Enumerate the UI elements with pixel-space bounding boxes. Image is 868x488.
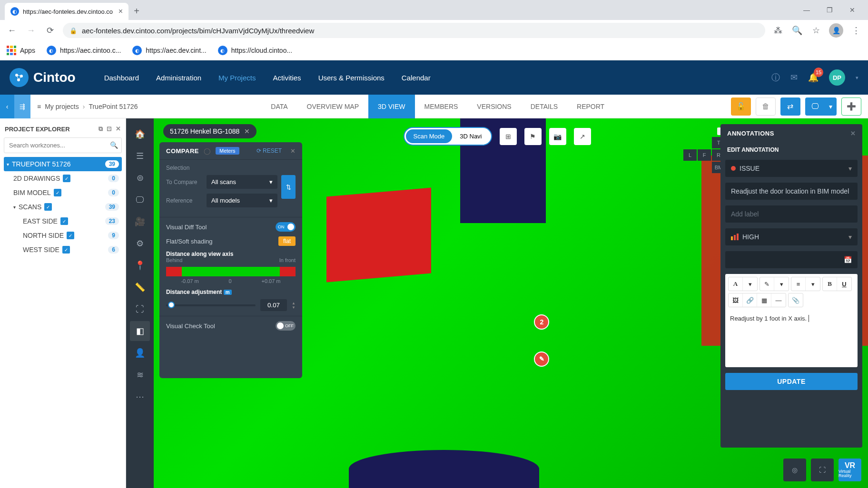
flat-shading-button[interactable]: flat bbox=[278, 236, 296, 246]
expand-icon[interactable]: ⊡ bbox=[107, 125, 112, 133]
nav-myprojects[interactable]: My Projects bbox=[218, 74, 256, 82]
distance-slider[interactable] bbox=[166, 304, 256, 306]
tree-west-side[interactable]: WEST SIDE ✓ 6 bbox=[4, 243, 122, 257]
close-window-button[interactable]: ✕ bbox=[841, 2, 863, 18]
rte-underline-button[interactable]: U bbox=[837, 277, 851, 291]
nav-administration[interactable]: Administration bbox=[156, 74, 201, 82]
pin-tool[interactable]: 📍 bbox=[130, 255, 150, 275]
reset-button[interactable]: ⟳ RESET bbox=[256, 147, 282, 154]
cube-left[interactable]: L bbox=[683, 149, 697, 161]
nav-activities[interactable]: Activities bbox=[273, 74, 301, 82]
maximize-button[interactable]: ❐ bbox=[819, 2, 840, 18]
annotation-type-select[interactable]: ISSUE bbox=[725, 160, 858, 177]
bookmark-3[interactable]: ◐https://cloud.cintoo... bbox=[218, 46, 292, 55]
menu-button[interactable]: ⋮ bbox=[850, 24, 862, 37]
profile-button[interactable]: 👤 bbox=[829, 23, 843, 38]
compare-tool[interactable]: ◧ bbox=[130, 321, 150, 341]
rte-font-button[interactable]: A bbox=[729, 277, 743, 291]
rte-font-dd[interactable]: ▾ bbox=[743, 277, 757, 291]
add-button[interactable]: ➕ bbox=[841, 98, 861, 116]
globe-tool[interactable]: ⊚ bbox=[130, 168, 150, 188]
app-logo[interactable]: Cintoo bbox=[10, 68, 76, 87]
tree-east-side[interactable]: EAST SIDE ✓ 23 bbox=[4, 214, 122, 228]
priority-select[interactable]: HIGH bbox=[725, 228, 858, 245]
settings-tool[interactable]: ⚙ bbox=[130, 234, 150, 254]
user-dropdown-icon[interactable]: ▾ bbox=[856, 75, 858, 81]
forward-button[interactable]: → bbox=[25, 24, 37, 37]
present-dropdown[interactable]: ▾ bbox=[825, 98, 837, 116]
minimize-button[interactable]: — bbox=[796, 2, 818, 18]
rte-link-button[interactable]: 🔗 bbox=[743, 293, 757, 307]
reference-select[interactable]: All models▾ bbox=[207, 194, 277, 207]
tab-details[interactable]: DETAILS bbox=[521, 95, 567, 118]
info-icon[interactable]: ⓘ bbox=[771, 72, 780, 83]
duplicate-icon[interactable]: ⧉ bbox=[99, 125, 103, 133]
tab-data[interactable]: DATA bbox=[261, 95, 297, 118]
apps-button[interactable]: Apps bbox=[7, 46, 35, 55]
crop-tool[interactable]: ⛶ bbox=[130, 299, 150, 319]
annotation-editor[interactable]: Readjust by 1 foot in X axis. bbox=[725, 310, 858, 367]
translate-icon[interactable]: ⁂ bbox=[772, 24, 784, 37]
3d-navi-button[interactable]: 3D Navi bbox=[452, 129, 489, 143]
cube-front[interactable]: F bbox=[698, 149, 711, 161]
rte-color-dd[interactable]: ▾ bbox=[774, 277, 789, 291]
close-annotations-icon[interactable]: ✕ bbox=[850, 130, 856, 137]
close-explorer-icon[interactable]: ✕ bbox=[116, 125, 121, 133]
checkbox-icon[interactable]: ✓ bbox=[44, 203, 52, 211]
tree-north-side[interactable]: NORTH SIDE ✓ 9 bbox=[4, 228, 122, 243]
distance-input[interactable] bbox=[260, 299, 287, 311]
back-button[interactable]: ← bbox=[6, 24, 18, 37]
back-crumb-button[interactable]: ‹ bbox=[0, 95, 14, 118]
swap-selection-button[interactable]: ⇅ bbox=[281, 175, 296, 199]
rte-image-button[interactable]: 🖼 bbox=[729, 293, 743, 307]
bookmark-2[interactable]: ◐https://aec.dev.cint... bbox=[132, 46, 206, 55]
spinner-up[interactable]: ▲ bbox=[292, 301, 296, 305]
more-tool[interactable]: ⋯ bbox=[130, 387, 150, 407]
nav-dashboard[interactable]: Dashboard bbox=[104, 74, 139, 82]
flag-icon[interactable]: ⚑ bbox=[524, 128, 542, 145]
tree-root[interactable]: ▾ TRUEPOINT 51726 39 bbox=[4, 157, 122, 171]
rte-video-button[interactable]: ▦ bbox=[757, 293, 771, 307]
rte-attach-button[interactable]: 📎 bbox=[789, 293, 803, 307]
tree-scans[interactable]: ▾ SCANS ✓ 39 bbox=[4, 200, 122, 214]
user-avatar[interactable]: DP bbox=[829, 69, 845, 86]
breadcrumb-current[interactable]: TruePoint 51726 bbox=[89, 103, 138, 110]
present-button[interactable]: 🖵 bbox=[805, 98, 825, 116]
annotation-marker-edit[interactable]: ✎ bbox=[534, 351, 549, 367]
new-tab-button[interactable]: + bbox=[128, 3, 145, 19]
zoom-icon[interactable]: 🔍 bbox=[791, 24, 803, 37]
checkbox-icon[interactable]: ✓ bbox=[62, 246, 70, 254]
close-compare-icon[interactable]: ✕ bbox=[290, 147, 296, 155]
rte-color-button[interactable]: ✎ bbox=[760, 277, 774, 291]
spinner-down[interactable]: ▼ bbox=[292, 305, 296, 310]
rte-align-dd[interactable]: ▾ bbox=[806, 277, 820, 291]
tab-versions[interactable]: VERSIONS bbox=[467, 95, 521, 118]
tree-toggle-button[interactable]: ⇶ bbox=[14, 95, 30, 118]
stack-tool[interactable]: ≋ bbox=[130, 365, 150, 385]
close-chip-icon[interactable]: ✕ bbox=[244, 127, 250, 135]
search-input[interactable] bbox=[4, 137, 122, 153]
scan-mode-button[interactable]: Scan Mode bbox=[405, 129, 452, 143]
person-tool[interactable]: 👤 bbox=[130, 343, 150, 363]
tab-3dview[interactable]: 3D VIEW bbox=[368, 95, 415, 118]
to-compare-select[interactable]: All scans▾ bbox=[207, 175, 277, 189]
grid-icon[interactable]: ⊞ bbox=[500, 128, 517, 145]
nav-users[interactable]: Users & Permissions bbox=[318, 74, 385, 82]
snapshot-icon[interactable]: 📷 bbox=[549, 128, 566, 145]
annotation-marker-2[interactable]: 2 bbox=[534, 314, 549, 330]
mail-icon[interactable]: ✉ bbox=[790, 72, 798, 83]
swap-button[interactable]: ⇄ bbox=[780, 98, 800, 116]
unlock-button[interactable]: 🔓 bbox=[731, 98, 751, 116]
visual-diff-toggle[interactable]: ON bbox=[276, 222, 296, 232]
unit-chip[interactable]: Meters bbox=[216, 147, 239, 155]
layers-tool[interactable]: ☰ bbox=[130, 146, 150, 166]
screen-tool[interactable]: 🖵 bbox=[130, 190, 150, 210]
star-icon[interactable]: ☆ bbox=[810, 24, 822, 37]
checkbox-icon[interactable]: ✓ bbox=[67, 232, 74, 239]
3d-viewport[interactable]: 2 ✎ 🏠 ☰ ⊚ 🖵 🎥 ⚙ 📍 📏 ⛶ ◧ 👤 ≋ ⋯ 51726 Henk… bbox=[126, 118, 868, 488]
tab-members[interactable]: MEMBERS bbox=[415, 95, 468, 118]
rte-align-button[interactable]: ≡ bbox=[791, 277, 806, 291]
bookmark-1[interactable]: ◐https://aec.cintoo.c... bbox=[47, 46, 121, 55]
date-field[interactable]: 📅 bbox=[725, 251, 858, 268]
visual-check-toggle[interactable]: OFF bbox=[276, 321, 296, 331]
